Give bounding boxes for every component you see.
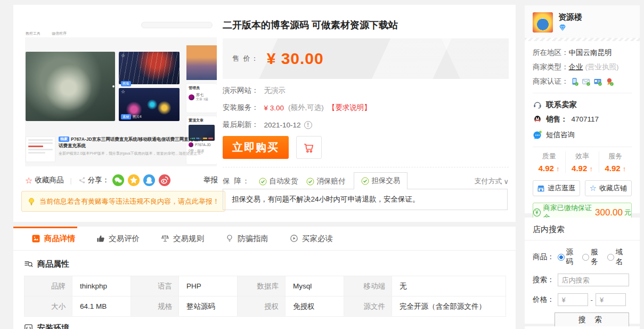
active-tab-indicator xyxy=(13,227,77,228)
seller-type-row: 商家类型： 企业 (营业执照) xyxy=(533,60,632,74)
preview-nav-item: 微信程序 xyxy=(52,31,67,36)
illegal-content-warning[interactable]: 当前信息若含有黄赌毒等违法违规不良内容，请点此举报！ xyxy=(21,191,225,212)
buy-now-button[interactable]: 立即购买 xyxy=(223,136,289,159)
price-max-input[interactable] xyxy=(596,293,626,306)
preview-badge-2: 素材 图片4 xyxy=(121,114,142,119)
install-requirement-link[interactable]: 【要求说明】 xyxy=(328,103,371,113)
price-label: 售 价： xyxy=(232,54,259,63)
refresh-row: 最后刷新： 2021-10-12 ! xyxy=(223,116,509,133)
guarantee-row: 保 障： 自动发货 消保赔付 担保交易 支付方式 ∨ xyxy=(223,172,509,189)
check-circle-icon xyxy=(306,178,314,186)
install-service-row: 安装服务： ¥ 3.00 (额外,可选) 【要求说明】 xyxy=(223,99,509,116)
preview-star-icon: ☆ xyxy=(121,90,125,94)
detail-icon xyxy=(31,234,40,243)
weibo-share-icon[interactable] xyxy=(159,174,170,186)
seller-cert-row: 商家认证： xyxy=(533,74,632,89)
star-icon: ☆ xyxy=(590,183,597,193)
tab-rules[interactable]: 交易规则 xyxy=(161,234,204,244)
check-circle-icon xyxy=(259,178,267,186)
radio-icon[interactable] xyxy=(558,254,565,261)
seller-type-link[interactable]: 企业 xyxy=(569,60,583,74)
product-card: 教程工具 微信程序 ☆ ☆ 图集 素材 图片4 管理员 苏七 文章 3篇 置顶文… xyxy=(13,5,516,222)
qq-contact-row[interactable]: 销售： 4707117 xyxy=(533,111,632,127)
divider: | xyxy=(70,176,72,184)
tab-reviews[interactable]: 交易评价 xyxy=(96,234,140,244)
table-row: 品牌thinkphp 语言PHP 数据库Mysql 移动端无 xyxy=(25,276,506,296)
seller-header: 资源楼 xyxy=(525,5,640,38)
env-section-header: 安装环境 xyxy=(24,323,516,329)
radio-domain[interactable]: 域名 xyxy=(607,247,628,267)
radio-source-code[interactable]: 源码 xyxy=(558,247,578,267)
detail-tabbar: 商品详情 交易评价 交易规则 防骗指南 买家必读 xyxy=(13,227,516,251)
guarantee-auto-delivery: 自动发货 xyxy=(259,176,298,189)
seller-card: 资源楼 所在地区： 中国云南昆明 商家类型： 企业 (营业执照) 商家认证： xyxy=(525,5,640,213)
up-arrow-icon: ↑ xyxy=(589,165,593,173)
tab-product-detail[interactable]: 商品详情 xyxy=(31,234,75,244)
install-price: ¥ 3.00 xyxy=(264,104,284,112)
divider xyxy=(223,167,509,167)
seller-avatar[interactable] xyxy=(533,12,553,33)
preview-nav-item: 教程工具 xyxy=(26,31,40,36)
qzone-share-icon[interactable] xyxy=(128,174,140,186)
thumbs-up-icon xyxy=(96,234,105,243)
wechat-share-icon[interactable] xyxy=(112,174,124,186)
share-label: 分享： xyxy=(88,175,110,185)
cert-idcard-icon[interactable] xyxy=(593,77,602,86)
info-icon[interactable]: ! xyxy=(304,121,312,129)
qq-number: 4707117 xyxy=(572,111,599,127)
preview-side-image xyxy=(186,45,217,80)
tab-anti-fraud[interactable]: 防骗指南 xyxy=(225,234,268,244)
add-to-cart-button[interactable] xyxy=(296,136,322,159)
rating-efficiency: 效率 4.92 ↑ xyxy=(565,151,598,173)
cert-phone-icon[interactable] xyxy=(570,77,579,86)
yen-circle-icon: ¥ xyxy=(533,208,541,216)
visit-shop-button[interactable]: 进店逛逛 xyxy=(533,180,580,196)
divider xyxy=(533,147,632,147)
shop-search-input[interactable] xyxy=(558,274,629,286)
next-card-stub xyxy=(525,326,640,329)
detail-card: 商品详情 交易评价 交易规则 防骗指南 买家必读 商品属性 品牌thinkphp… xyxy=(13,227,516,329)
star-icon: ☆ xyxy=(25,175,32,186)
cert-email-icon[interactable] xyxy=(582,77,591,86)
attrs-icon xyxy=(24,260,33,269)
preview-article: 独家P767A-JD京东三网话费直充系统/移动联通电信话费三网直充/三网话费直充… xyxy=(59,136,207,156)
seller-region-row: 所在地区： 中国云南昆明 xyxy=(533,45,632,60)
guarantee-description: 担保交易，有问题不解决24小时内可申请退款，安全保证。 xyxy=(223,189,508,210)
headset-icon xyxy=(533,100,542,109)
product-main-image[interactable]: 教程工具 微信程序 ☆ ☆ 图集 素材 图片4 管理员 苏七 文章 3篇 置顶文… xyxy=(25,20,217,166)
attrs-section-header: 商品属性 xyxy=(24,259,516,269)
guarantee-escrow-tab[interactable]: 担保交易 xyxy=(354,172,407,189)
favorite-product-button[interactable]: ☆ 收藏商品 xyxy=(25,175,63,186)
shop-search-title: 店内搜索 xyxy=(525,218,640,240)
seller-name[interactable]: 资源楼 xyxy=(558,12,582,22)
product-title: 二开版本的博客源码 可做素材资源下载站 xyxy=(223,19,509,31)
preview-admin-card: 管理员 苏七 文章 3篇 xyxy=(186,84,217,113)
radio-icon[interactable] xyxy=(582,254,589,261)
radio-service[interactable]: 服务 xyxy=(582,247,603,267)
shop-search-card: 店内搜索 商品： 源码 服务 域名 搜索： 价格： - xyxy=(525,218,640,324)
demo-value: 无演示 xyxy=(264,86,286,95)
env-icon xyxy=(24,324,33,329)
up-arrow-icon: ↑ xyxy=(556,165,560,173)
must-read-icon xyxy=(290,234,298,243)
shop-search-button[interactable]: 搜 索 xyxy=(555,312,629,327)
scales-icon xyxy=(161,234,169,243)
price-banner: 售 价： ¥ 30.00 xyxy=(223,38,509,79)
preview-search-box xyxy=(141,22,213,28)
report-link[interactable]: 举报 xyxy=(203,175,218,185)
favorite-shop-button[interactable]: ☆ 收藏店铺 xyxy=(585,180,632,196)
refresh-date: 2021-10-12 xyxy=(264,121,301,129)
rating-quality: 质量 4.92 ↑ xyxy=(533,151,565,173)
fav-share-row: ☆ 收藏商品 | 分享： 举报 xyxy=(25,174,218,187)
search-type-row: 商品： 源码 服务 域名 xyxy=(533,247,632,267)
bulb-icon xyxy=(27,197,36,206)
chevron-down-icon: ∨ xyxy=(503,178,509,186)
payment-methods-dropdown[interactable]: 支付方式 ∨ xyxy=(474,176,509,189)
radio-icon[interactable] xyxy=(607,254,614,261)
cert-license-icon[interactable] xyxy=(605,77,614,86)
check-circle-icon xyxy=(361,177,369,185)
tab-buyer-must-read[interactable]: 买家必读 xyxy=(290,234,333,244)
qq-share-icon[interactable] xyxy=(143,174,155,186)
sms-contact-row[interactable]: 短信咨询 xyxy=(533,127,632,142)
price-min-input[interactable] xyxy=(558,293,588,306)
